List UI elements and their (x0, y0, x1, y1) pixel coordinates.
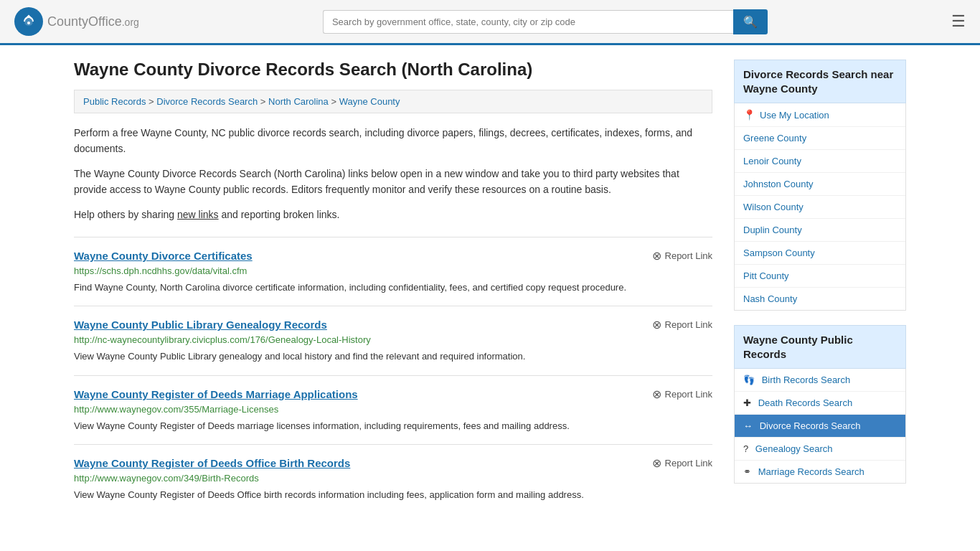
search-button[interactable]: 🔍 (733, 9, 768, 34)
location-icon: 📍 (743, 109, 755, 121)
help-paragraph: Help others by sharing new links and rep… (74, 207, 712, 222)
content-area: Wayne County Divorce Records Search (Nor… (74, 60, 712, 514)
use-location-link[interactable]: Use My Location (760, 110, 829, 121)
genealogy-icon: ? (743, 443, 748, 454)
sidebar-item-sampson[interactable]: Sampson County (735, 242, 905, 265)
record-header: Wayne County Register of Deeds Marriage … (74, 387, 712, 401)
genealogy-link[interactable]: Genealogy Search (755, 443, 833, 454)
sidebar-item-divorce-records[interactable]: ↔ Divorce Records Search (735, 415, 905, 438)
record-item: Wayne County Public Library Genealogy Re… (74, 306, 712, 375)
lenoir-county-link[interactable]: Lenoir County (743, 156, 801, 166)
page-title: Wayne County Divorce Records Search (Nor… (74, 60, 712, 80)
divorce-icon: ↔ (743, 420, 753, 431)
record-description: View Wayne County Public Library genealo… (74, 349, 712, 364)
birth-records-link[interactable]: Birth Records Search (762, 375, 851, 385)
sidebar-item-death-records[interactable]: ✚ Death Records Search (735, 392, 905, 415)
greene-county-link[interactable]: Greene County (743, 133, 806, 143)
sidebar-item-wilson[interactable]: Wilson County (735, 196, 905, 219)
record-url[interactable]: http://www.waynegov.com/349/Birth-Record… (74, 473, 712, 484)
death-records-link[interactable]: Death Records Search (758, 397, 853, 408)
birth-icon: 👣 (743, 375, 755, 385)
record-url[interactable]: http://nc-waynecountylibrary.civicplus.c… (74, 334, 712, 345)
public-records-list: 👣 Birth Records Search ✚ Death Records S… (734, 369, 906, 484)
nearby-list: 📍 Use My Location Greene County Lenoir C… (734, 103, 906, 311)
record-url[interactable]: http://www.waynegov.com/355/Marriage-Lic… (74, 404, 712, 415)
logo-text: CountyOffice.org (47, 14, 139, 29)
use-location-item[interactable]: 📍 Use My Location (735, 103, 905, 127)
marriage-icon: ⚭ (743, 466, 751, 477)
record-title[interactable]: Wayne County Divorce Certificates (74, 250, 253, 262)
record-header: Wayne County Register of Deeds Office Bi… (74, 456, 712, 470)
marriage-records-link[interactable]: Marriage Records Search (758, 466, 864, 477)
record-title[interactable]: Wayne County Register of Deeds Office Bi… (74, 457, 350, 469)
johnston-county-link[interactable]: Johnston County (743, 179, 814, 189)
record-header: Wayne County Public Library Genealogy Re… (74, 318, 712, 331)
report-label: Report Link (665, 458, 712, 468)
logo-suffix: .org (122, 17, 139, 28)
record-title[interactable]: Wayne County Register of Deeds Marriage … (74, 388, 358, 400)
header: CountyOffice.org 🔍 ☰ (0, 0, 980, 45)
logo-main: CountyOffice (47, 14, 122, 29)
new-links-link[interactable]: new links (177, 209, 219, 220)
nearby-section: Divorce Records Search near Wayne County… (734, 60, 906, 311)
record-description: Find Wayne County, North Carolina divorc… (74, 281, 712, 295)
duplin-county-link[interactable]: Duplin County (743, 225, 802, 235)
search-icon: 🔍 (743, 16, 758, 28)
pitt-county-link[interactable]: Pitt County (743, 270, 789, 281)
logo-area[interactable]: CountyOffice.org (14, 7, 139, 36)
report-icon: ⊗ (652, 456, 661, 470)
record-description: View Wayne County Register of Deeds marr… (74, 419, 712, 433)
breadcrumb-sep: > (149, 96, 156, 107)
sidebar-item-nash[interactable]: Nash County (735, 288, 905, 310)
sidebar-item-lenoir[interactable]: Lenoir County (735, 150, 905, 173)
divorce-records-link[interactable]: Divorce Records Search (760, 420, 861, 431)
wilson-county-link[interactable]: Wilson County (743, 202, 804, 212)
report-icon: ⊗ (652, 387, 661, 401)
intro-paragraph-1: Perform a free Wayne County, NC public d… (74, 125, 712, 157)
report-link-button[interactable]: ⊗ Report Link (652, 456, 712, 470)
breadcrumb-sep: > (331, 96, 339, 107)
main-container: Wayne County Divorce Records Search (Nor… (60, 60, 920, 514)
sidebar-item-duplin[interactable]: Duplin County (735, 219, 905, 242)
report-label: Report Link (665, 250, 712, 261)
sampson-county-link[interactable]: Sampson County (743, 248, 815, 258)
nash-county-link[interactable]: Nash County (743, 293, 797, 304)
breadcrumb-link-divorce[interactable]: Divorce Records Search (156, 96, 258, 107)
sidebar-item-marriage-records[interactable]: ⚭ Marriage Records Search (735, 461, 905, 483)
breadcrumb-link-wayne[interactable]: Wayne County (339, 96, 400, 107)
sidebar: Divorce Records Search near Wayne County… (734, 60, 906, 514)
breadcrumb-link-public-records[interactable]: Public Records (83, 96, 146, 107)
search-bar-container: 🔍 (323, 9, 768, 34)
record-item: Wayne County Divorce Certificates ⊗ Repo… (74, 237, 712, 306)
record-item: Wayne County Register of Deeds Marriage … (74, 375, 712, 445)
svg-point-2 (27, 22, 30, 24)
report-label: Report Link (665, 389, 712, 400)
death-icon: ✚ (743, 397, 751, 408)
report-link-button[interactable]: ⊗ Report Link (652, 249, 712, 263)
sidebar-item-genealogy[interactable]: ? Genealogy Search (735, 438, 905, 461)
breadcrumb: Public Records > Divorce Records Search … (74, 90, 712, 113)
record-title[interactable]: Wayne County Public Library Genealogy Re… (74, 319, 327, 331)
record-description: View Wayne County Register of Deeds Offi… (74, 488, 712, 502)
report-link-button[interactable]: ⊗ Report Link (652, 318, 712, 331)
nearby-header: Divorce Records Search near Wayne County (734, 60, 906, 103)
record-url[interactable]: https://schs.dph.ncdhhs.gov/data/vital.c… (74, 265, 712, 276)
logo-icon (14, 7, 43, 36)
help-text-before: Help others by sharing (74, 209, 177, 220)
report-icon: ⊗ (652, 318, 661, 331)
intro-paragraph-2: The Wayne County Divorce Records Search … (74, 166, 712, 198)
record-header: Wayne County Divorce Certificates ⊗ Repo… (74, 249, 712, 263)
report-icon: ⊗ (652, 249, 661, 263)
sidebar-item-johnston[interactable]: Johnston County (735, 173, 905, 196)
record-item: Wayne County Register of Deeds Office Bi… (74, 444, 712, 514)
menu-button[interactable]: ☰ (951, 12, 966, 31)
breadcrumb-link-nc[interactable]: North Carolina (268, 96, 329, 107)
sidebar-item-pitt[interactable]: Pitt County (735, 265, 905, 288)
records-list: Wayne County Divorce Certificates ⊗ Repo… (74, 237, 712, 514)
report-link-button[interactable]: ⊗ Report Link (652, 387, 712, 401)
search-input[interactable] (323, 10, 733, 34)
help-text-after: and reporting broken links. (219, 209, 340, 220)
sidebar-item-greene[interactable]: Greene County (735, 127, 905, 150)
sidebar-item-birth-records[interactable]: 👣 Birth Records Search (735, 369, 905, 392)
public-records-header: Wayne County Public Records (734, 325, 906, 369)
